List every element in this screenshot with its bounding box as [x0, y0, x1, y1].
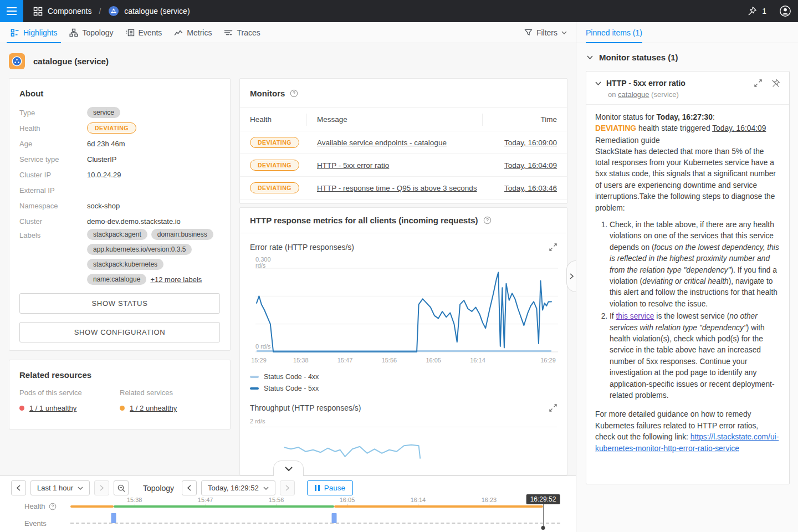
- pinned-items-tab[interactable]: Pinned items (1): [586, 22, 642, 43]
- metrics-section-title: HTTP response metrics for all clients (i…: [250, 216, 478, 225]
- legend-swatch: [250, 376, 259, 378]
- expand-icon[interactable]: [549, 243, 557, 251]
- tab-topology[interactable]: Topology: [63, 22, 119, 43]
- health-badge: DEVIATING: [250, 182, 299, 193]
- event-marker[interactable]: [111, 513, 116, 523]
- about-row-namespace: Namespace sock-shop: [19, 198, 220, 213]
- topology-icon: [69, 28, 78, 37]
- pause-button[interactable]: Pause: [307, 480, 353, 495]
- pinned-monitor-body: Monitor status for Today, 16:27:30: DEVI…: [586, 105, 789, 462]
- monitor-time-link[interactable]: Today, 16:03:46: [504, 184, 557, 192]
- unpin-icon[interactable]: [771, 79, 780, 88]
- time-range-dropdown[interactable]: Last 1 hour: [30, 480, 90, 495]
- panel-collapse-handle[interactable]: [566, 260, 576, 292]
- throughput-y-label: 2 rd/s: [240, 412, 567, 426]
- related-services-link[interactable]: 1 / 2 unhealthy: [130, 404, 177, 412]
- label-pill: stackpack:agent: [87, 229, 147, 240]
- traces-icon: [224, 28, 233, 37]
- chevron-down-icon[interactable]: [595, 81, 601, 85]
- type-pill: service: [87, 107, 120, 118]
- pin-icon[interactable]: [747, 6, 757, 16]
- help-icon[interactable]: [49, 503, 57, 510]
- legend-item[interactable]: Status Code - 4xx: [250, 373, 557, 381]
- about-row-service-type: Service type ClusterIP: [19, 151, 220, 167]
- pinned-monitor-card: HTTP - 5xx error ratio on catalogue (ser…: [586, 71, 790, 484]
- zoom-out-button[interactable]: [114, 480, 129, 495]
- error-rate-chart[interactable]: 0.300rd/s0 rd/s15:2915:3815:4715:5616:05…: [250, 254, 558, 367]
- monitor-message-link[interactable]: HTTP - 5xx error ratio: [317, 161, 389, 170]
- breadcrumb-root[interactable]: Components: [48, 7, 91, 16]
- monitor-time-link[interactable]: Today, 16:09:00: [504, 139, 557, 147]
- monitor-time-link[interactable]: Today, 16:04:09: [504, 161, 557, 170]
- topology-time-next-button[interactable]: [280, 480, 295, 495]
- help-icon[interactable]: [290, 89, 298, 98]
- health-segment[interactable]: [70, 505, 114, 508]
- time-range-next-button[interactable]: [94, 480, 109, 495]
- health-segment[interactable]: [114, 505, 334, 508]
- tab-label: Topology: [82, 28, 113, 37]
- about-title: About: [19, 89, 220, 98]
- topbar: Components / catalogue (service) 1: [0, 0, 798, 22]
- monitor-message-link[interactable]: HTTP - response time - Q95 is above 3 se…: [317, 184, 477, 192]
- chart-legend: Status Code - 4xxStatus Code - 5xx: [240, 367, 567, 392]
- chevron-down-icon: [561, 31, 567, 34]
- table-row: DEVIATINGAvailable service endpoints - c…: [240, 131, 567, 154]
- page-header: catalogue (service): [9, 53, 109, 69]
- label-pill: stackpack:kubernetes: [87, 259, 163, 270]
- legend-item[interactable]: Status Code - 5xx: [250, 385, 557, 392]
- expand-icon[interactable]: [549, 404, 557, 412]
- zoom-out-icon: [117, 484, 125, 492]
- pinned-items-header: Pinned items (1): [576, 22, 798, 43]
- more-labels-link[interactable]: +12 more labels: [150, 275, 202, 284]
- orange-status-dot: [120, 406, 125, 411]
- time-range-prev-button[interactable]: [11, 480, 26, 495]
- monitor-statuses-title: Monitor statuses (1): [599, 53, 678, 62]
- label-pill: app.kubernetes.io/version:0.3.5: [87, 244, 192, 255]
- topbar-actions: 1: [747, 5, 791, 17]
- filters-label: Filters: [536, 28, 557, 37]
- related-resources-card: Related resources Pods of this service 1…: [9, 360, 231, 429]
- pods-unhealthy-link[interactable]: 1 / 1 unhealthy: [29, 404, 76, 412]
- pods-column: Pods of this service 1 / 1 unhealthy: [19, 388, 120, 412]
- monitor-status-line: Monitor status for Today, 16:27:30:: [595, 112, 780, 123]
- health-badge: DEVIATING: [250, 137, 299, 148]
- remediation-steps: Check, in the table above, if there are …: [595, 219, 780, 402]
- svg-text:0 rd/s: 0 rd/s: [255, 343, 271, 350]
- health-timeline-track[interactable]: [70, 505, 543, 508]
- show-status-button[interactable]: SHOW STATUS: [19, 293, 220, 314]
- pinned-items-panel: Pinned items (1) Monitor statuses (1) HT…: [576, 22, 798, 532]
- health-segment[interactable]: [334, 505, 543, 508]
- event-marker[interactable]: [331, 513, 336, 523]
- user-avatar[interactable]: [779, 5, 791, 17]
- tab-traces[interactable]: Traces: [218, 22, 266, 43]
- table-row: DEVIATINGHTTP - 5xx error ratioToday, 16…: [240, 154, 567, 177]
- services-column: Related services 1 / 2 unhealthy: [120, 388, 220, 412]
- remediation-footer: For more detailed guidance on how to rem…: [595, 409, 780, 454]
- tab-events[interactable]: Events: [120, 22, 168, 43]
- about-row-labels: Labels stackpack:agentdomain:businessapp…: [19, 229, 220, 285]
- show-configuration-button[interactable]: SHOW CONFIGURATION: [19, 322, 220, 342]
- collapse-timeline-tab[interactable]: [273, 461, 304, 476]
- expand-icon[interactable]: [754, 79, 762, 87]
- monitor-message-link[interactable]: Available service endpoints - catalogue: [317, 139, 447, 147]
- tab-metrics[interactable]: Metrics: [168, 22, 218, 43]
- breadcrumb-current: catalogue (service): [124, 7, 190, 16]
- playhead-dot[interactable]: [541, 526, 545, 530]
- tab-highlights[interactable]: Highlights: [4, 22, 63, 43]
- tabs: Highlights Topology Events: [4, 22, 267, 43]
- playhead-line[interactable]: [543, 504, 544, 527]
- svg-text:15:38: 15:38: [293, 357, 309, 364]
- filters-button[interactable]: Filters: [524, 22, 567, 43]
- topology-time-prev-button[interactable]: [182, 480, 197, 495]
- svg-text:15:47: 15:47: [337, 357, 353, 364]
- monitors-table-body: DEVIATINGAvailable service endpoints - c…: [240, 131, 567, 200]
- monitor-statuses-group[interactable]: Monitor statuses (1): [587, 53, 798, 62]
- menu-button[interactable]: [0, 0, 23, 22]
- topology-time-dropdown[interactable]: Today, 16:29:52: [201, 480, 275, 495]
- topology-timeline-label: Topology: [143, 484, 174, 493]
- events-timeline-track[interactable]: [70, 523, 560, 524]
- help-icon[interactable]: [483, 216, 492, 224]
- health-badge: DEVIATING: [87, 122, 136, 134]
- ruler-tick-label: 16:14: [411, 497, 426, 503]
- throughput-chart[interactable]: [250, 427, 558, 459]
